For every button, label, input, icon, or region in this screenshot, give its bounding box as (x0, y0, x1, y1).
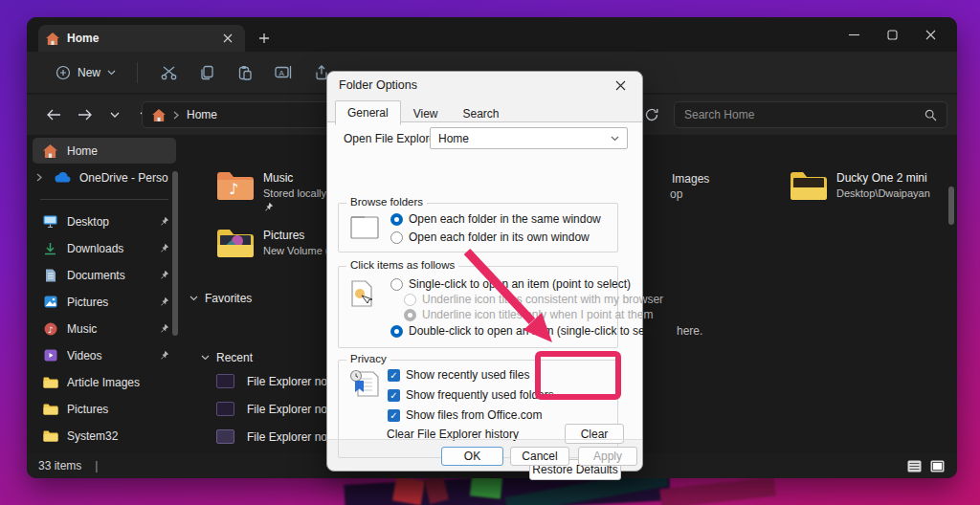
search-placeholder: Search Home (684, 108, 924, 121)
privacy-icon (348, 369, 381, 400)
wallpaper-shape (659, 477, 775, 505)
browse-folders-group: Browse folders Open each folder in the s… (338, 203, 618, 252)
sidebar-item-onedrive[interactable]: OneDrive - Perso (33, 165, 176, 190)
sidebar-item-pictures-folder[interactable]: Pictures (33, 396, 176, 422)
radio-icon[interactable] (390, 278, 403, 291)
pictures-icon (42, 296, 58, 308)
search-input[interactable]: Search Home (674, 101, 947, 128)
documents-icon (42, 269, 58, 282)
sidebar-item-videos[interactable]: Videos (33, 342, 176, 368)
file-thumbnail-icon (216, 374, 234, 388)
item-count: 33 items (38, 459, 81, 472)
radio-underline-consistent[interactable]: Underline icon titles consistent with my… (404, 293, 663, 306)
sidebar-item-music[interactable]: ♪ Music (33, 316, 176, 341)
back-icon[interactable] (40, 101, 67, 128)
favorites-section-header[interactable]: Favorites (189, 292, 252, 305)
sidebar-item-documents[interactable]: Documents (33, 262, 176, 288)
explorer-tab-home[interactable]: Home (38, 25, 245, 52)
sidebar-item-article-images[interactable]: Article Images (33, 369, 176, 395)
home-icon (42, 144, 58, 158)
checkbox-icon[interactable]: ✓ (388, 409, 400, 422)
minimize-button[interactable] (835, 21, 873, 48)
sidebar-item-system32[interactable]: System32 (33, 423, 176, 449)
onedrive-icon (55, 172, 71, 183)
paste-icon[interactable] (226, 58, 264, 87)
music-folder-icon: ♪ (216, 171, 255, 215)
chevron-down-icon (107, 70, 116, 76)
folder-icon (790, 171, 828, 201)
copy-icon[interactable] (188, 58, 226, 87)
tab-title: Home (67, 32, 211, 45)
checkbox-icon[interactable]: ✓ (388, 369, 400, 382)
clear-button[interactable]: Clear (565, 424, 624, 444)
sidebar-item-pictures[interactable]: Pictures (33, 289, 176, 315)
videos-icon (42, 349, 58, 362)
pin-icon (159, 270, 170, 280)
checkbox-icon[interactable]: ✓ (388, 389, 400, 402)
partial-tile-subtitle: op (670, 187, 682, 201)
breadcrumb-chevron-icon (173, 111, 179, 120)
radio-same-window[interactable]: Open each folder in the same window (390, 212, 601, 226)
svg-text:♪: ♪ (48, 324, 54, 334)
chevron-down-icon (201, 355, 210, 361)
titlebar: Home (27, 17, 957, 52)
apply-button[interactable]: Apply (578, 447, 637, 466)
close-button[interactable] (911, 21, 949, 48)
sidebar-scrollbar[interactable] (172, 171, 178, 336)
svg-text:♪: ♪ (229, 180, 238, 198)
check-recent-files[interactable]: ✓ Show recently used files (388, 368, 529, 382)
sidebar-divider (40, 199, 168, 200)
tile-subtitle: Desktop\Dwaipayan (836, 187, 930, 199)
rename-icon[interactable]: A (264, 58, 302, 87)
search-icon (924, 109, 937, 121)
tab-close-icon[interactable] (218, 29, 237, 48)
forward-icon[interactable] (71, 101, 98, 128)
content-scrollbar[interactable] (948, 187, 954, 225)
radio-icon[interactable] (390, 325, 403, 338)
new-tab-button[interactable] (255, 29, 274, 48)
tile-title: Music (263, 171, 326, 185)
history-chevron-icon[interactable] (101, 101, 128, 128)
sidebar-item-desktop[interactable]: Desktop (33, 209, 176, 234)
tile-subtitle: Stored locally (263, 187, 326, 199)
tab-general[interactable]: General (335, 100, 401, 125)
radio-own-window[interactable]: Open each folder in its own window (390, 231, 590, 244)
open-to-dropdown[interactable]: Home (430, 127, 628, 149)
recent-section-header[interactable]: Recent (201, 351, 253, 364)
radio-icon (404, 309, 416, 321)
dialog-close-icon[interactable] (610, 75, 631, 96)
thumbnail-view-icon[interactable] (928, 459, 946, 473)
new-button[interactable]: New (46, 59, 125, 86)
radio-underline-point[interactable]: Underline icon titles only when I point … (404, 308, 653, 321)
radio-single-click[interactable]: Single-click to open an item (point to s… (390, 277, 631, 291)
navigation-pane: Home OneDrive - Perso Desktop (29, 137, 180, 450)
breadcrumb-home[interactable]: Home (187, 108, 217, 121)
expand-chevron-icon[interactable] (36, 173, 46, 182)
radio-double-click[interactable]: Double-click to open an item (single-cli… (390, 324, 666, 338)
highlight-rectangle-annotation (535, 351, 621, 400)
cancel-button[interactable]: Cancel (510, 447, 569, 466)
tile-ducky[interactable]: Ducky One 2 mini Desktop\Dwaipayan (790, 171, 930, 201)
new-button-label: New (78, 66, 100, 79)
wallpaper-shape (470, 474, 502, 498)
click-items-group: Click items as follows Single-click to o… (338, 266, 618, 348)
maximize-button[interactable] (873, 21, 911, 48)
sidebar-item-home[interactable]: Home (33, 138, 176, 164)
details-view-icon[interactable] (905, 459, 923, 473)
music-icon: ♪ (42, 322, 58, 336)
pin-icon (159, 216, 170, 227)
quick-tile-pictures[interactable]: Pictures New Volume (D:) (216, 229, 343, 258)
check-office-files[interactable]: ✓ Show files from Office.com (388, 408, 543, 422)
ok-button[interactable]: OK (441, 447, 503, 466)
cut-icon[interactable] (149, 58, 188, 87)
file-thumbnail-icon (216, 429, 234, 444)
quick-tile-music[interactable]: ♪ Music Stored locally (216, 171, 326, 215)
pictures-folder-icon (216, 229, 255, 258)
home-icon (152, 109, 166, 121)
sidebar-item-downloads[interactable]: Downloads (33, 235, 176, 261)
partial-tile-title: Images (672, 172, 709, 186)
file-thumbnail-icon (216, 402, 234, 416)
radio-icon[interactable] (390, 231, 403, 244)
radio-icon[interactable] (390, 213, 403, 226)
check-frequent-folders[interactable]: ✓ Show frequently used folders (388, 388, 554, 402)
